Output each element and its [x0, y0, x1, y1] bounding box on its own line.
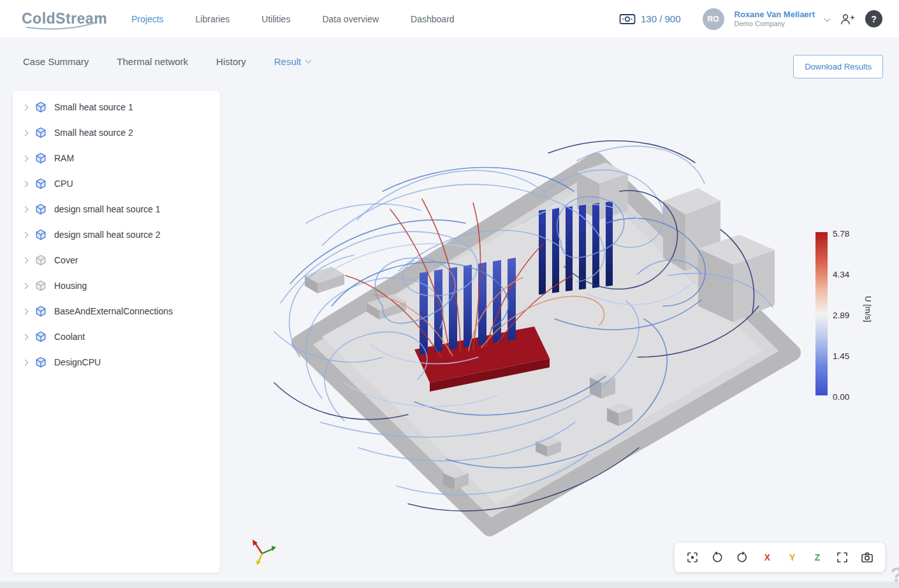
tree-item-label: design small heat source 2: [54, 230, 161, 240]
user-menu-chevron-down-icon[interactable]: [824, 16, 831, 22]
view-axis-y-button[interactable]: Y: [783, 548, 802, 567]
model-tree-panel: Small heat source 1 Small heat source 2 …: [13, 91, 220, 573]
tree-item-cover[interactable]: Cover: [13, 247, 220, 273]
fit-view-icon: [686, 551, 699, 564]
tree-item-label: RAM: [54, 153, 74, 163]
rotate-ccw-icon: [711, 551, 724, 564]
colorbar-tick: 0.00: [833, 392, 849, 402]
axis-z-label: Z: [815, 552, 821, 562]
tab-result[interactable]: Result: [274, 56, 311, 67]
tree-item-label: BaseAndExternalConnections: [54, 306, 173, 316]
colorbar-tick: 4.34: [833, 270, 849, 279]
expand-chevron-icon[interactable]: [22, 129, 29, 136]
colorbar-tick: 2.89: [833, 311, 849, 320]
expand-chevron-icon[interactable]: [22, 359, 29, 365]
part-cube-icon: [35, 127, 47, 138]
fullscreen-button[interactable]: [833, 548, 852, 567]
tree-item-label: Housing: [54, 281, 87, 291]
expand-chevron-icon[interactable]: [22, 308, 29, 314]
case-tabbar: Case Summary Thermal network History Res…: [23, 56, 311, 67]
expand-chevron-icon[interactable]: [22, 155, 29, 161]
logo-swoosh: [26, 22, 97, 30]
tab-thermal-network[interactable]: Thermal network: [117, 56, 188, 67]
app-root: ColdStream Projects Libraries Utilities …: [0, 0, 899, 588]
viewport-toolbar: X Y Z: [675, 543, 885, 572]
user-company: Demo Company: [735, 20, 785, 29]
expand-chevron-icon[interactable]: [22, 283, 29, 289]
part-cube-icon: [35, 280, 47, 291]
fit-view-button[interactable]: [683, 548, 702, 567]
credits-counter[interactable]: 130 / 900: [619, 13, 681, 26]
rotate-cw-icon: [736, 551, 749, 564]
tree-item-label: CPU: [54, 179, 73, 189]
rotate-cw-button[interactable]: [733, 548, 752, 567]
part-cube-icon: [35, 229, 47, 240]
tree-item-ram[interactable]: RAM: [13, 145, 220, 171]
view-axis-x-button[interactable]: X: [757, 548, 777, 567]
nav-item-data-overview[interactable]: Data overview: [322, 14, 379, 24]
tree-item-base-and-external-connections[interactable]: BaseAndExternalConnections: [13, 298, 220, 324]
part-cube-icon: [35, 203, 47, 215]
primary-nav: Projects Libraries Utilities Data overvi…: [131, 14, 455, 24]
colorbar-axis-label: U [m/s]: [863, 296, 873, 341]
axis-y-label: Y: [789, 552, 795, 562]
tab-case-summary[interactable]: Case Summary: [23, 56, 89, 67]
coldstream-logo[interactable]: ColdStream: [22, 10, 105, 27]
part-cube-icon: [35, 178, 47, 189]
expand-chevron-icon[interactable]: [22, 104, 29, 110]
expand-chevron-icon[interactable]: [22, 180, 29, 187]
nav-item-projects[interactable]: Projects: [131, 14, 164, 24]
tree-item-label: DesignCPU: [54, 357, 101, 367]
colorbar-ticks: 5.78 4.34 2.89 1.45 0.00: [833, 233, 862, 397]
expand-chevron-icon[interactable]: [22, 206, 29, 212]
user-name: Roxane Van Mellaert: [735, 10, 815, 20]
credits-icon: [619, 13, 636, 26]
tree-item-small-heat-source-1[interactable]: Small heat source 1: [13, 94, 220, 120]
navbar-right: 130 / 900 RO Roxane Van Mellaert Demo Co…: [619, 8, 899, 30]
tree-item-design-small-heat-source-1[interactable]: design small heat source 1: [13, 196, 220, 222]
tree-item-label: Coolant: [54, 332, 85, 342]
result-chevron-down-icon: [305, 57, 312, 64]
tree-item-cpu[interactable]: CPU: [13, 171, 220, 196]
tree-item-coolant[interactable]: Coolant: [13, 324, 220, 349]
part-cube-icon: [35, 101, 47, 113]
tree-item-design-small-heat-source-2[interactable]: design small heat source 2: [13, 222, 220, 247]
tree-item-designcpu[interactable]: DesignCPU: [13, 349, 220, 375]
rotate-ccw-button[interactable]: [708, 548, 727, 567]
user-info: Roxane Van Mellaert Demo Company: [735, 10, 815, 29]
view-axis-z-button[interactable]: Z: [808, 548, 827, 567]
tree-item-housing[interactable]: Housing: [13, 273, 220, 298]
part-cube-icon: [35, 356, 47, 368]
window-bottom-edge: [0, 582, 899, 588]
expand-chevron-icon[interactable]: [22, 257, 29, 263]
tree-item-label: Small heat source 2: [54, 128, 133, 138]
tree-item-label: Small heat source 1: [54, 102, 133, 112]
tab-history[interactable]: History: [216, 56, 246, 67]
tree-item-label: design small heat source 1: [54, 204, 161, 214]
velocity-colorbar: [815, 232, 828, 395]
part-cube-icon: [35, 305, 47, 317]
add-user-icon[interactable]: [840, 13, 855, 26]
part-cube-icon: [35, 254, 47, 266]
expand-chevron-icon[interactable]: [22, 334, 29, 340]
colorbar-tick: 1.45: [833, 351, 849, 361]
download-results-button[interactable]: Download Results: [793, 55, 883, 78]
fullscreen-icon: [836, 551, 849, 564]
avatar[interactable]: RO: [703, 8, 724, 30]
tree-item-small-heat-source-2[interactable]: Small heat source 2: [13, 120, 220, 145]
tree-item-label: Cover: [54, 255, 78, 265]
credits-value: 130 / 900: [641, 13, 681, 24]
nav-item-libraries[interactable]: Libraries: [196, 14, 230, 24]
part-cube-icon: [35, 331, 47, 342]
help-icon[interactable]: ?: [865, 10, 882, 27]
orientation-axes-triad: [245, 534, 279, 568]
nav-item-dashboard[interactable]: Dashboard: [411, 14, 455, 24]
help-ghost-icon[interactable]: ?: [890, 563, 899, 587]
screenshot-camera-icon: [861, 551, 873, 564]
part-cube-icon: [35, 152, 47, 164]
nav-item-utilities[interactable]: Utilities: [261, 14, 290, 24]
screenshot-button[interactable]: [858, 548, 877, 567]
top-navbar: ColdStream Projects Libraries Utilities …: [0, 0, 899, 38]
expand-chevron-icon[interactable]: [22, 232, 29, 238]
axis-x-label: X: [764, 552, 770, 562]
